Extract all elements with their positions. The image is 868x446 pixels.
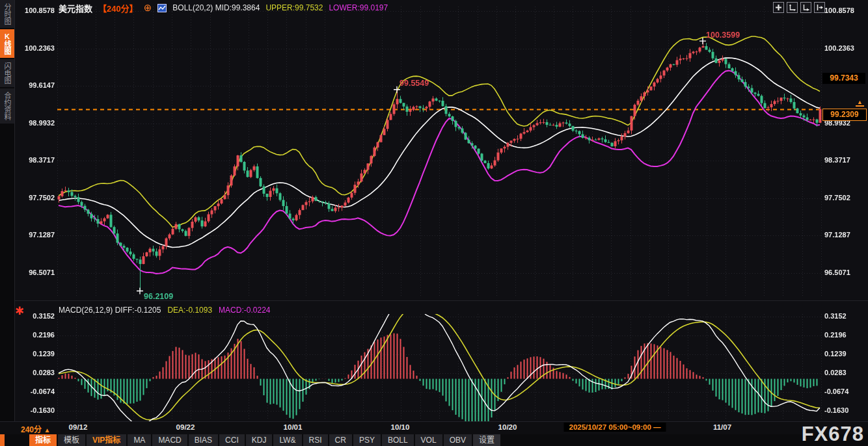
zoom-x-icon[interactable]: [787, 2, 798, 13]
price-tick-right-6: 96.5071: [824, 269, 850, 276]
time-tick-4: 10/20: [498, 423, 517, 431]
time-tick-3: 10/10: [391, 423, 410, 431]
macd-tick-right-2: 0.1239: [824, 350, 847, 358]
price-tick-left-2: 99.6147: [14, 81, 55, 89]
price-tick-left-4: 98.3717: [14, 156, 55, 164]
macd-dea-label: DEA:-0.1093: [167, 306, 212, 315]
chart-canvas[interactable]: [0, 0, 868, 446]
toolbar-item-15[interactable]: 设置: [473, 434, 500, 446]
price-tick-left-3: 98.9932: [14, 119, 55, 127]
toolbar-item-3[interactable]: MA: [128, 434, 151, 446]
chart-header: 美元指数 【240分】 ⊕ BOLL(20,2) MID:99.3864 UPP…: [59, 2, 388, 14]
annotation-low-96-2109: 96.2109: [144, 292, 173, 301]
crosshair-icon[interactable]: [773, 2, 784, 13]
boll-lower-label: LOWER:99.0197: [329, 3, 388, 12]
price-tick-right-3: 98.3717: [824, 156, 850, 164]
sidebar-tab-0[interactable]: 分时图: [0, 0, 14, 28]
macd-tick-left-4: -0.0674: [14, 387, 55, 395]
macd-name-diff-label: MACD(26,12,9) DIFF:-0.1205: [59, 306, 161, 315]
price-tick-left-7: 96.5071: [14, 269, 55, 276]
toolbar-item-4[interactable]: MACD: [152, 434, 187, 446]
symbol-title: 美元指数: [59, 2, 92, 14]
macd-tick-left-2: 0.1239: [14, 350, 55, 358]
price-tick-left-1: 100.2363: [14, 44, 55, 52]
chart-window: 分时图K线图闪电图合约资料 美元指数 【240分】 ⊕ BOLL(20,2) M…: [0, 0, 868, 446]
sidebar-tab-1[interactable]: K线图: [0, 29, 14, 58]
annotation-high-100-3599: 100.3599: [706, 31, 740, 40]
period-label: 【240分】: [98, 2, 138, 14]
zoom-y-icon[interactable]: [800, 2, 811, 13]
indicator-star-icon[interactable]: ✱: [15, 304, 24, 318]
up-triangle-icon: ▲: [44, 426, 50, 434]
toolbar-item-2[interactable]: VIP指标: [87, 434, 126, 446]
indicator-toolbar: 指标模板VIP指标MAMACDBIASCCIKDJLW&RSICRPSYBOLL…: [0, 434, 868, 446]
price-tick-left-6: 97.1287: [14, 231, 55, 239]
boll-upper-label: UPPER:99.7532: [265, 3, 323, 12]
price-tick-right-4: 97.7502: [824, 194, 850, 202]
sidebar-tab-2[interactable]: 闪电图: [0, 59, 14, 87]
chart-type-icon[interactable]: [157, 4, 167, 12]
price-tick-right-0: 100.8578: [824, 7, 854, 14]
sidebar: 分时图K线图闪电图合约资料: [0, 0, 15, 446]
window-toolbar: [773, 2, 825, 13]
macd-tick-right-4: -0.0674: [824, 387, 848, 395]
toolbar-item-12[interactable]: BOLL: [382, 434, 414, 446]
toolbar-item-6[interactable]: CCI: [219, 434, 245, 446]
macd-tick-right-3: 0.0283: [824, 369, 847, 376]
current-price-badge: 99.2309: [822, 109, 867, 121]
price-pin-icon: ▲: [856, 99, 864, 107]
toolbar-item-7[interactable]: KDJ: [246, 434, 273, 446]
sidebar-tab-3[interactable]: 合约资料: [0, 88, 14, 124]
price-tick-right-5: 97.1287: [824, 231, 850, 239]
toolbar-item-8[interactable]: LW&: [273, 434, 301, 446]
time-tick-5: 2025/10/27 05:00~09:00 —: [564, 423, 666, 432]
annotation-high-99-5549: 99.5549: [400, 79, 429, 88]
toolbar-item-1[interactable]: 模板: [58, 434, 85, 446]
toolbar-item-13[interactable]: VOL: [415, 434, 442, 446]
toolbar-item-10[interactable]: CR: [329, 434, 352, 446]
price-tick-right-1: 100.2363: [824, 44, 854, 52]
add-overlay-icon[interactable]: ⊕: [144, 3, 152, 12]
macd-tick-left-3: 0.0283: [14, 369, 55, 376]
toolbar-item-5[interactable]: BIAS: [189, 434, 218, 446]
pan-right-icon[interactable]: [814, 2, 825, 13]
time-tick-0: 09/12: [69, 423, 88, 431]
toolbar-item-11[interactable]: PSY: [353, 434, 381, 446]
macd-tick-right-1: 0.2196: [824, 331, 847, 339]
toolbar-item-14[interactable]: OBV: [444, 434, 472, 446]
price-tick-left-5: 97.7502: [14, 194, 55, 202]
macd-value-label: MACD:-0.0224: [219, 306, 270, 315]
macd-tick-left-5: -0.1630: [14, 406, 55, 414]
macd-tick-left-1: 0.2196: [14, 331, 55, 339]
corner-accent-mark: [0, 434, 5, 446]
macd-tick-right-0: 0.3152: [824, 312, 847, 320]
axis-badge-upper: 99.7343: [822, 73, 865, 84]
period-indicator[interactable]: 240分 ▲: [21, 423, 50, 434]
macd-header: MACD(26,12,9) DIFF:-0.1205 DEA:-0.1093 M…: [59, 306, 270, 315]
time-tick-2: 10/01: [284, 423, 303, 431]
macd-tick-right-5: -0.1630: [824, 406, 848, 414]
boll-mid-label: BOLL(20,2) MID:99.3864: [172, 3, 260, 12]
toolbar-item-0[interactable]: 指标: [29, 434, 57, 446]
toolbar-item-9[interactable]: RSI: [303, 434, 328, 446]
time-tick-6: 11/07: [713, 423, 731, 431]
watermark: FX678: [802, 423, 864, 446]
time-axis: 240分 ▲ 09/1209/2210/0110/1010/202025/10/…: [0, 421, 868, 435]
price-tick-left-0: 100.8578: [14, 7, 55, 14]
time-tick-1: 09/22: [176, 423, 195, 431]
